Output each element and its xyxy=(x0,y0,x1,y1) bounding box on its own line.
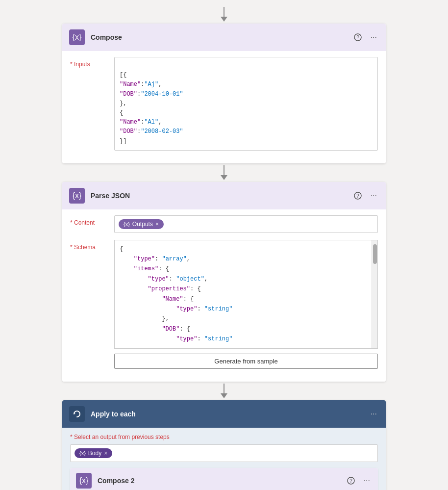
parse-json-header: {x} Parse JSON ? ··· xyxy=(62,182,386,209)
compose-icon: {x} xyxy=(69,29,85,45)
parse-json-body: Content {x} Outputs × Schema { "type": "… xyxy=(62,209,386,382)
body-token[interactable]: {x} Body × xyxy=(75,448,112,458)
connector-line xyxy=(224,7,224,17)
compose-2-actions: ? ··· xyxy=(345,475,372,486)
connector-line-2 xyxy=(224,165,224,175)
schema-scrollbar[interactable] xyxy=(372,240,377,348)
connector-arrow-2 xyxy=(221,165,227,180)
compose-inputs-value[interactable]: [{ "Name":"Aj", "DOB":"2004-10-01" }, { … xyxy=(114,57,378,151)
compose-body: Inputs [{ "Name":"Aj", "DOB":"2004-10-01… xyxy=(62,51,386,163)
compose-2-title: Compose 2 xyxy=(98,477,345,485)
help-icon: ? xyxy=(354,33,362,41)
arrow-down xyxy=(221,17,227,22)
help-circle-icon: ? xyxy=(354,192,362,200)
compose-2-help-button[interactable]: ? xyxy=(345,476,357,486)
apply-to-each-header: Apply to each ··· xyxy=(62,400,386,428)
parse-json-help-button[interactable]: ? xyxy=(352,191,364,201)
body-token-label: Body xyxy=(88,450,101,457)
compose-title: Compose xyxy=(91,33,352,41)
apply-to-each-more-button[interactable]: ··· xyxy=(369,409,379,419)
apply-to-each-icon xyxy=(69,406,85,422)
connector-line-3 xyxy=(224,384,224,393)
parse-json-more-button[interactable]: ··· xyxy=(369,190,379,201)
body-token-close[interactable]: × xyxy=(104,450,107,457)
connector-arrow-3 xyxy=(221,384,227,398)
schema-label: Schema xyxy=(70,240,114,251)
svg-text:?: ? xyxy=(356,193,359,199)
compose-2-header: {x} Compose 2 ? ··· xyxy=(70,468,378,490)
content-token-field[interactable]: {x} Outputs × xyxy=(114,215,378,233)
token-icon: {x} xyxy=(124,221,130,227)
compose-card: {x} Compose ? ··· Inputs [{ "Name":"Aj",… xyxy=(62,24,386,163)
apply-to-each-card: Apply to each ··· Select an output from … xyxy=(62,400,386,490)
outputs-token[interactable]: {x} Outputs × xyxy=(119,219,164,229)
compose-2-card: {x} Compose 2 ? ··· xyxy=(70,468,378,490)
arrow-down-3 xyxy=(221,393,227,398)
parse-json-card: {x} Parse JSON ? ··· Content {x} xyxy=(62,182,386,382)
content-label: Content xyxy=(70,215,114,226)
compose-inputs-label: Inputs xyxy=(70,57,114,68)
parse-json-title: Parse JSON xyxy=(91,192,352,200)
parse-json-icon: {x} xyxy=(69,188,85,204)
compose-inputs-row: Inputs [{ "Name":"Aj", "DOB":"2004-10-01… xyxy=(70,57,378,151)
scrollbar-thumb xyxy=(373,244,377,264)
generate-from-sample-button[interactable]: Generate from sample xyxy=(114,354,378,369)
schema-field[interactable]: { "type": "array", "items": { "type": "o… xyxy=(114,240,378,349)
content-row: Content {x} Outputs × xyxy=(70,215,378,233)
refresh-icon xyxy=(72,409,82,419)
select-output-label: Select an output from previous steps xyxy=(70,434,378,440)
parse-json-actions: ? ··· xyxy=(352,190,379,201)
outputs-token-label: Outputs xyxy=(132,221,153,228)
compose-actions: ? ··· xyxy=(352,32,379,43)
schema-container: { "type": "array", "items": { "type": "o… xyxy=(114,240,378,369)
compose-more-button[interactable]: ··· xyxy=(369,32,379,43)
schema-content: { "type": "array", "items": { "type": "o… xyxy=(115,240,377,348)
arrow-down-2 xyxy=(221,175,227,180)
body-token-icon: {x} xyxy=(79,450,86,456)
compose-header: {x} Compose ? ··· xyxy=(62,24,386,51)
flow-container: {x} Compose ? ··· Inputs [{ "Name":"Aj",… xyxy=(0,0,448,490)
apply-to-each-title: Apply to each xyxy=(91,410,369,418)
apply-to-each-actions: ··· xyxy=(369,409,379,419)
body-token-field[interactable]: {x} Body × xyxy=(70,444,378,462)
connector-arrow-top xyxy=(221,7,227,22)
svg-text:?: ? xyxy=(349,478,352,484)
schema-row: Schema { "type": "array", "items": { "ty… xyxy=(70,240,378,369)
outputs-token-close[interactable]: × xyxy=(155,221,159,228)
compose-2-more-button[interactable]: ··· xyxy=(362,475,372,486)
compose-help-button[interactable]: ? xyxy=(352,32,364,42)
help-icon-2: ? xyxy=(347,477,355,485)
svg-text:?: ? xyxy=(356,35,359,40)
compose-2-icon: {x} xyxy=(76,473,92,489)
apply-to-each-body: Select an output from previous steps {x}… xyxy=(62,428,386,490)
